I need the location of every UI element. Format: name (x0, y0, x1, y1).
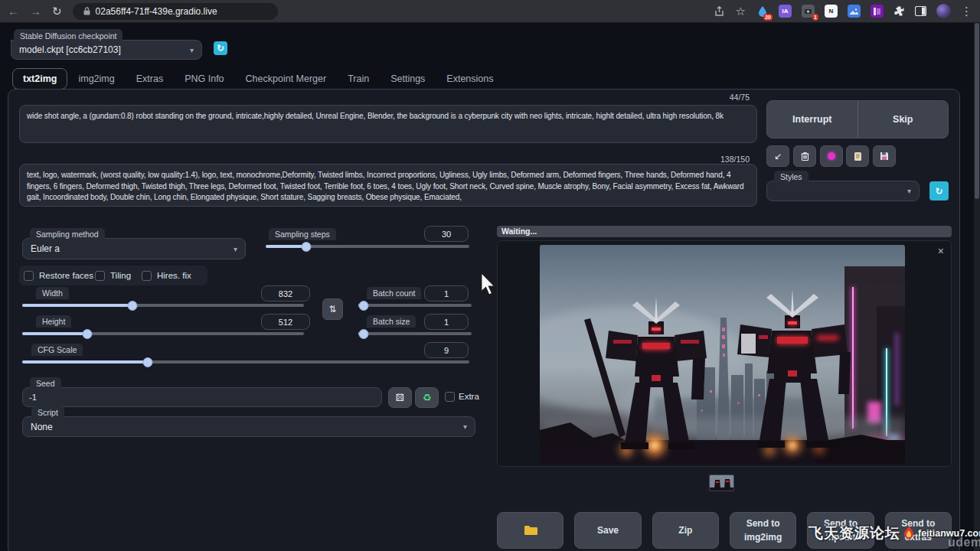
sampling-steps-slider[interactable] (266, 242, 469, 251)
slider-knob[interactable] (302, 242, 312, 252)
flame-icon (903, 526, 916, 541)
refresh-checkpoint-button[interactable]: ↻ (214, 41, 227, 55)
tab-checkpoint-merger[interactable]: Checkpoint Merger (235, 69, 338, 89)
width-slider[interactable] (22, 301, 304, 310)
hires-fix-checkbox[interactable] (142, 271, 152, 281)
swap-dimensions-button[interactable]: ⇅ (322, 298, 343, 320)
tiling-checkbox[interactable] (95, 271, 105, 281)
batch-size-input[interactable] (424, 314, 469, 330)
bookmark-star-icon[interactable]: ☆ (736, 5, 746, 17)
width-label: Width (36, 287, 69, 299)
slider-knob[interactable] (359, 301, 369, 311)
styles-dropdown[interactable]: ▾ (766, 181, 920, 201)
extension-dark-icon[interactable]: 1 (802, 5, 815, 18)
reload-icon[interactable]: ↻ (52, 5, 62, 17)
tab-txt2img[interactable]: txt2img (12, 68, 67, 90)
extension-badge: 1 (812, 14, 818, 21)
tab-settings[interactable]: Settings (380, 69, 436, 89)
extra-networks-button[interactable] (820, 145, 843, 167)
swap-icon: ⇅ (328, 304, 336, 315)
tab-img2img[interactable]: img2img (67, 69, 125, 89)
slider-knob[interactable] (82, 329, 92, 339)
browser-toolbar: ← → ↻ 02a56ff4-71ff-439e.gradio.live ☆ 2… (0, 0, 980, 23)
watermark-forum-text: 飞天资源论坛 (808, 523, 900, 543)
scrollbar-thumb[interactable] (975, 23, 979, 199)
save-button[interactable]: Save (574, 512, 641, 549)
extensions-puzzle-icon[interactable] (893, 5, 905, 17)
clear-prompt-button[interactable] (793, 145, 816, 167)
sampling-method-dropdown[interactable]: Euler a ▾ (22, 238, 246, 259)
slider-knob[interactable] (142, 357, 152, 367)
profile-avatar[interactable] (936, 4, 951, 18)
tab-extras[interactable]: Extras (126, 69, 174, 89)
extra-seed-checkbox[interactable] (445, 392, 455, 402)
batch-size-label: Batch size (367, 315, 416, 328)
refresh-icon: ↻ (217, 43, 224, 54)
negative-prompt-input[interactable]: text, logo, watermark, (worst quality, l… (19, 164, 757, 207)
batch-count-input[interactable] (424, 285, 469, 302)
script-value: None (31, 422, 53, 432)
tab-extensions[interactable]: Extensions (436, 69, 504, 89)
skip-button[interactable]: Skip (858, 101, 949, 138)
mouse-cursor (480, 272, 495, 297)
menu-kebab-icon[interactable]: ⋮ (961, 5, 972, 17)
share-icon[interactable] (714, 6, 726, 17)
back-icon[interactable]: ← (8, 5, 19, 17)
dice-icon: ⚄ (396, 392, 404, 403)
save-style-button[interactable] (873, 145, 896, 167)
progress-bar: Waiting... (497, 226, 952, 237)
address-bar[interactable]: 02a56ff4-71ff-439e.gradio.live (73, 3, 278, 20)
close-icon[interactable]: × (938, 246, 944, 256)
slider-knob[interactable] (127, 301, 137, 311)
prompt-input[interactable]: wide shot angle, a (gundam:0.8) robot st… (19, 105, 757, 143)
chevron-down-icon: ▾ (234, 245, 237, 253)
checkpoint-label: Stable Diffusion checkpoint (14, 29, 122, 42)
refresh-styles-button[interactable]: ↻ (929, 181, 949, 201)
sampling-method-value: Euler a (31, 243, 60, 254)
trash-icon (801, 152, 809, 161)
seed-input[interactable] (22, 387, 382, 407)
cfg-scale-input[interactable] (424, 342, 469, 358)
paste-params-button[interactable]: ↙ (766, 145, 789, 167)
random-seed-button[interactable]: ⚄ (388, 387, 412, 408)
txt2img-panel: 44/75 wide shot angle, a (gundam:0.8) ro… (8, 89, 960, 551)
prompt-token-counter: 44/75 (665, 93, 750, 102)
batch-count-slider[interactable] (358, 301, 472, 310)
generated-image[interactable] (540, 245, 905, 464)
script-dropdown[interactable]: None ▾ (22, 416, 475, 437)
output-gallery: × (497, 240, 952, 467)
tab-png-info[interactable]: PNG Info (174, 69, 234, 89)
tab-train[interactable]: Train (337, 69, 380, 89)
extension-image-icon[interactable] (848, 5, 861, 18)
page-scrollbar[interactable] (974, 23, 980, 551)
batch-size-slider[interactable] (358, 329, 472, 338)
batch-count-label: Batch count (367, 287, 421, 299)
chevron-down-icon: ▾ (190, 46, 194, 54)
extension-colorpick-icon[interactable]: 20 (756, 5, 769, 18)
main-tabs: txt2img img2img Extras PNG Info Checkpoi… (12, 68, 505, 90)
checkpoint-dropdown[interactable]: model.ckpt [cc6cb27103] ▾ (11, 40, 202, 60)
slider-knob[interactable] (359, 329, 369, 339)
cfg-scale-slider[interactable] (22, 357, 469, 367)
lock-icon (83, 7, 90, 15)
apply-style-button[interactable] (846, 145, 869, 167)
height-input[interactable] (261, 314, 310, 330)
forward-icon[interactable]: → (30, 5, 41, 17)
open-folder-button[interactable] (497, 512, 564, 549)
width-input[interactable] (261, 285, 310, 302)
extension-ia-icon[interactable]: IA (779, 5, 792, 18)
sampling-steps-input[interactable] (424, 226, 469, 242)
side-panel-icon[interactable] (915, 6, 926, 16)
height-slider[interactable] (22, 329, 304, 338)
gallery-thumbnail[interactable] (709, 474, 734, 491)
zip-button[interactable]: Zip (652, 512, 719, 549)
floppy-disk-icon (880, 152, 889, 161)
extension-onenote-icon[interactable] (871, 5, 884, 18)
send-to-img2img-button[interactable]: Send to img2img (730, 512, 796, 549)
reuse-seed-button[interactable]: ♻ (415, 387, 439, 408)
url-text: 02a56ff4-71ff-439e.gradio.live (96, 6, 217, 17)
restore-faces-checkbox[interactable] (24, 271, 34, 281)
interrupt-button[interactable]: Interrupt (767, 101, 858, 138)
tiling-label: Tiling (110, 271, 131, 280)
extension-notion-icon[interactable]: N (825, 5, 838, 18)
